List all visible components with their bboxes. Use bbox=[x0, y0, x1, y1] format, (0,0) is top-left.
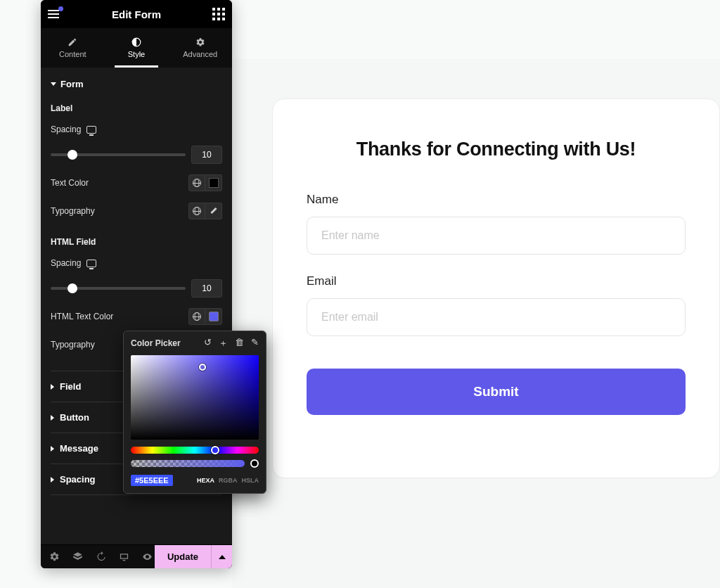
tab-advanced[interactable]: Advanced bbox=[168, 28, 232, 68]
color-swatch-icon bbox=[209, 312, 219, 321]
html-text-color-label: HTML Text Color bbox=[51, 312, 113, 321]
hex-value[interactable]: #5E5EEE bbox=[131, 475, 173, 486]
field-label: Name bbox=[307, 193, 686, 207]
group-label-heading: Label bbox=[51, 103, 222, 113]
sv-thumb[interactable] bbox=[199, 364, 206, 371]
apps-grid-icon[interactable] bbox=[212, 8, 225, 20]
eyedropper-icon[interactable]: ✎ bbox=[251, 337, 259, 350]
tab-style[interactable]: Style bbox=[105, 28, 169, 68]
globe-icon bbox=[193, 312, 201, 321]
submit-button[interactable]: Submit bbox=[307, 369, 686, 415]
html-spacing-value-input[interactable] bbox=[191, 279, 222, 298]
pencil-icon bbox=[68, 37, 77, 47]
format-hexa[interactable]: HEXA bbox=[197, 477, 214, 484]
global-color-button[interactable] bbox=[188, 174, 205, 191]
color-picker-title: Color Picker bbox=[131, 338, 181, 348]
chevron-up-icon bbox=[219, 555, 226, 559]
color-swatch-button[interactable] bbox=[205, 308, 222, 325]
saturation-value-area[interactable] bbox=[131, 355, 259, 440]
field-name: Name bbox=[307, 193, 686, 255]
settings-icon[interactable] bbox=[49, 551, 60, 562]
slider-thumb[interactable] bbox=[68, 283, 77, 293]
chevron-right-icon bbox=[51, 446, 54, 452]
section-form-toggle[interactable]: Form bbox=[51, 76, 222, 98]
form-title: Thanks for Connecting with Us! bbox=[307, 139, 686, 160]
tab-content[interactable]: Content bbox=[41, 28, 105, 68]
editor-tabs: Content Style Advanced bbox=[41, 28, 232, 68]
editor-header: Edit Form bbox=[41, 0, 232, 28]
edit-typography-button[interactable] bbox=[205, 203, 222, 219]
section-label: Spacing bbox=[60, 474, 96, 485]
menu-icon[interactable] bbox=[48, 10, 59, 18]
html-spacing-slider[interactable] bbox=[51, 287, 186, 290]
globe-icon bbox=[193, 179, 201, 187]
notification-dot-icon bbox=[58, 6, 63, 11]
name-input[interactable] bbox=[307, 217, 686, 255]
format-rgba[interactable]: RGBA bbox=[219, 477, 238, 484]
text-color-label: Text Color bbox=[51, 178, 89, 188]
tab-label: Advanced bbox=[183, 50, 217, 58]
section-label: Message bbox=[60, 443, 98, 454]
global-color-button[interactable] bbox=[188, 308, 205, 325]
preview-icon[interactable] bbox=[142, 551, 153, 562]
slider-thumb[interactable] bbox=[68, 150, 77, 160]
form-preview-card: Thanks for Connecting with Us! Name Emai… bbox=[272, 98, 720, 478]
update-button[interactable]: Update bbox=[155, 545, 211, 568]
spacing-slider[interactable] bbox=[51, 153, 186, 156]
contrast-icon bbox=[131, 37, 141, 47]
color-swatch-button[interactable] bbox=[205, 174, 222, 191]
update-options-button[interactable] bbox=[211, 545, 232, 568]
globe-icon bbox=[193, 207, 201, 215]
panel-title: Edit Form bbox=[41, 8, 232, 20]
section-label: Button bbox=[60, 412, 89, 423]
spacing-value-input[interactable] bbox=[191, 146, 222, 164]
reset-icon[interactable]: ↺ bbox=[204, 337, 212, 350]
current-color-swatch bbox=[250, 459, 259, 468]
email-input[interactable] bbox=[307, 298, 686, 336]
color-picker-popover: Color Picker ↺ ＋ 🗑 ✎ #5E5EEE HEXA RGBA H… bbox=[123, 331, 266, 494]
responsive-mode-icon[interactable] bbox=[119, 551, 129, 562]
section-title: Form bbox=[60, 79, 84, 89]
global-typography-button[interactable] bbox=[188, 203, 205, 219]
section-label: Field bbox=[60, 381, 81, 392]
chevron-down-icon bbox=[51, 82, 56, 86]
field-email: Email bbox=[307, 274, 686, 336]
html-typography-label: Typography bbox=[51, 340, 95, 350]
format-hsla[interactable]: HSLA bbox=[242, 477, 259, 484]
add-icon[interactable]: ＋ bbox=[219, 337, 228, 350]
tab-label: Content bbox=[59, 50, 86, 58]
chevron-right-icon bbox=[51, 384, 54, 390]
alpha-slider[interactable] bbox=[131, 460, 245, 467]
responsive-icon[interactable] bbox=[86, 260, 96, 267]
navigator-icon[interactable] bbox=[72, 551, 83, 562]
chevron-right-icon bbox=[51, 415, 54, 421]
gear-icon bbox=[195, 37, 205, 47]
hue-slider[interactable] bbox=[131, 447, 259, 454]
pencil-icon bbox=[210, 207, 218, 215]
editor-footer: Update bbox=[41, 544, 232, 568]
trash-icon[interactable]: 🗑 bbox=[235, 337, 244, 350]
typography-label: Typography bbox=[51, 206, 95, 216]
field-label: Email bbox=[307, 274, 686, 288]
responsive-icon[interactable] bbox=[86, 126, 96, 134]
group-html-heading: HTML Field bbox=[51, 237, 222, 247]
tab-label: Style bbox=[128, 50, 145, 58]
html-spacing-label: Spacing bbox=[51, 258, 96, 268]
hue-thumb[interactable] bbox=[211, 446, 219, 454]
color-format-tabs: HEXA RGBA HSLA bbox=[197, 477, 259, 484]
chevron-right-icon bbox=[51, 477, 54, 482]
history-icon[interactable] bbox=[96, 551, 106, 562]
color-swatch-icon bbox=[209, 178, 219, 188]
spacing-label: Spacing bbox=[51, 124, 96, 134]
